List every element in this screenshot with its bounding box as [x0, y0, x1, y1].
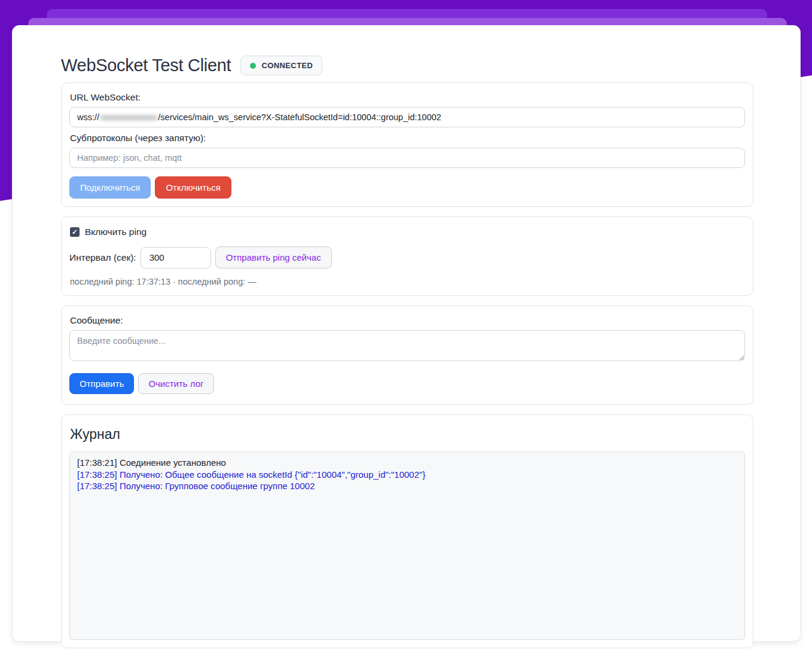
status-dot-icon: [250, 63, 256, 69]
enable-ping-label[interactable]: Включить ping: [85, 227, 146, 237]
url-label: URL WebSocket:: [70, 92, 745, 103]
interval-label: Интервал (сек):: [69, 252, 136, 263]
message-section: Сообщение: Отправить Очистить лог: [61, 306, 753, 405]
log-entry: [17:38:25] Получено: Групповое сообщение…: [77, 480, 737, 492]
url-scheme: wss://: [77, 112, 99, 122]
ping-interval-row: Интервал (сек): Отправить ping сейчас: [69, 246, 745, 268]
app-card: WebSocket Test Client CONNECTED URL WebS…: [12, 25, 801, 642]
clear-log-button[interactable]: Очистить лог: [138, 373, 213, 394]
connect-button[interactable]: Подключиться: [69, 176, 151, 199]
subprotocols-label: Субпротоколы (через запятую):: [70, 133, 745, 144]
url-host-redacted: xxxxxxxxxxxxx: [100, 112, 157, 122]
page-background: WebSocket Test Client CONNECTED URL WebS…: [0, 0, 812, 656]
send-message-button[interactable]: Отправить: [69, 373, 134, 394]
message-textarea[interactable]: [69, 330, 745, 361]
connection-status-badge: CONNECTED: [240, 56, 322, 75]
connection-buttons: Подключиться Отключиться: [69, 176, 745, 199]
url-path: /services/main_ws_service?X-StatefulSock…: [158, 112, 441, 122]
disconnect-button[interactable]: Отключиться: [155, 176, 231, 199]
journal-heading: Журнал: [70, 426, 745, 443]
ping-status-line: последний ping: 17:37:13 · последний pon…: [70, 277, 745, 286]
status-badge-label: CONNECTED: [261, 61, 313, 70]
subprotocols-input[interactable]: [69, 148, 745, 168]
page-title: WebSocket Test Client: [61, 56, 231, 75]
enable-ping-row: ✓ Включить ping: [70, 227, 745, 237]
connection-section: URL WebSocket: wss://xxxxxxxxxxxxx/servi…: [61, 83, 753, 207]
log-entry: [17:38:25] Получено: Общее сообщение на …: [77, 469, 737, 481]
interval-input[interactable]: [141, 247, 211, 268]
message-buttons: Отправить Очистить лог: [69, 373, 745, 394]
log-entry: [17:38:21] Соединение установлено: [77, 457, 737, 469]
message-label: Сообщение:: [70, 315, 745, 326]
send-ping-now-button[interactable]: Отправить ping сейчас: [215, 246, 332, 268]
ping-section: ✓ Включить ping Интервал (сек): Отправит…: [61, 216, 753, 296]
header: WebSocket Test Client CONNECTED: [61, 56, 753, 75]
enable-ping-checkbox[interactable]: ✓: [70, 227, 80, 237]
websocket-url-input[interactable]: wss://xxxxxxxxxxxxx/services/main_ws_ser…: [69, 107, 745, 127]
journal-section: Журнал [17:38:21] Соединение установлено…: [61, 414, 753, 648]
log-output[interactable]: [17:38:21] Соединение установлено [17:38…: [69, 451, 745, 640]
